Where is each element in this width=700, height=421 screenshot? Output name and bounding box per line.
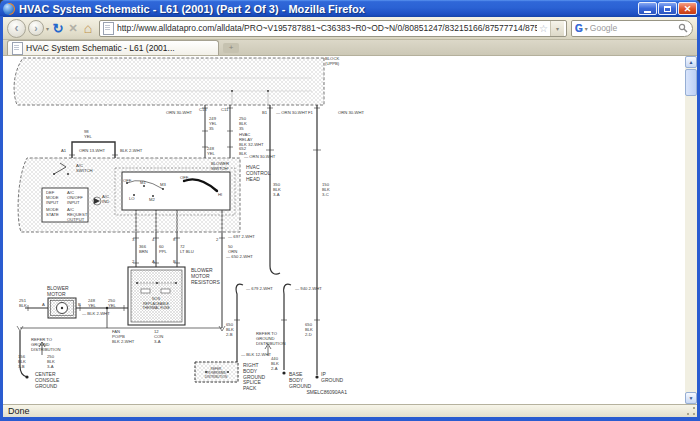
window-border-bottom [0, 417, 700, 421]
reload-button[interactable]: ↻ [51, 21, 65, 36]
page-content [3, 56, 697, 404]
navigation-toolbar: ‹ › ▾ ↻ ✕ ⌂ http://www.alldatapro.com/al… [3, 17, 697, 40]
forward-button[interactable]: › [28, 20, 44, 36]
vertical-scrollbar[interactable]: ▲ ▼ [685, 56, 697, 404]
window-titlebar[interactable]: HVAC System Schematic - L61 (2001) (Part… [0, 0, 700, 17]
resize-grip[interactable] [686, 406, 697, 417]
address-bar[interactable]: http://www.alldatapro.com/alldata/PRO~V1… [99, 20, 567, 37]
stop-button[interactable]: ✕ [67, 22, 79, 35]
close-button[interactable]: ✕ [678, 2, 697, 15]
minimize-button[interactable] [638, 2, 657, 15]
history-dropdown[interactable]: ▾ [46, 25, 49, 32]
status-bar: Done [3, 404, 697, 417]
maximize-button[interactable] [658, 2, 677, 15]
tab-page-icon [12, 42, 23, 55]
search-input[interactable] [590, 23, 676, 33]
back-button[interactable]: ‹ [7, 19, 26, 38]
search-box[interactable]: G ▾ [571, 20, 693, 37]
scrollbar-thumb[interactable] [685, 69, 697, 96]
new-tab-button[interactable]: + [223, 43, 239, 53]
window-title: HVAC System Schematic - L61 (2001) (Part… [19, 3, 637, 15]
google-logo-icon: G [575, 23, 583, 34]
tab-hvac-schematic[interactable]: HVAC System Schematic - L61 (2001... [7, 40, 219, 55]
bookmark-star-icon[interactable]: ☆ [539, 23, 548, 34]
status-text: Done [8, 406, 30, 416]
tab-label: HVAC System Schematic - L61 (2001... [26, 43, 214, 53]
back-icon: ‹ [15, 21, 19, 35]
scroll-up-button[interactable]: ▲ [685, 56, 697, 68]
url-text[interactable]: http://www.alldatapro.com/alldata/PRO~V1… [117, 23, 537, 33]
scroll-down-button[interactable]: ▼ [685, 392, 697, 404]
minimize-icon [644, 11, 651, 13]
chevron-down-icon: ▾ [556, 25, 559, 32]
firefox-icon [3, 3, 15, 15]
site-page-icon [103, 22, 114, 35]
urlbar-dropdown-button[interactable]: ▾ [550, 21, 564, 36]
window-border-left [0, 16, 3, 421]
close-icon: ✕ [684, 4, 692, 14]
forward-icon: › [34, 23, 37, 34]
search-engine-dropdown[interactable]: ▾ [585, 25, 588, 32]
home-button[interactable]: ⌂ [81, 20, 95, 36]
search-icon[interactable] [678, 23, 688, 33]
maximize-icon [664, 6, 671, 12]
tab-strip: HVAC System Schematic - L61 (2001... + [3, 40, 697, 56]
